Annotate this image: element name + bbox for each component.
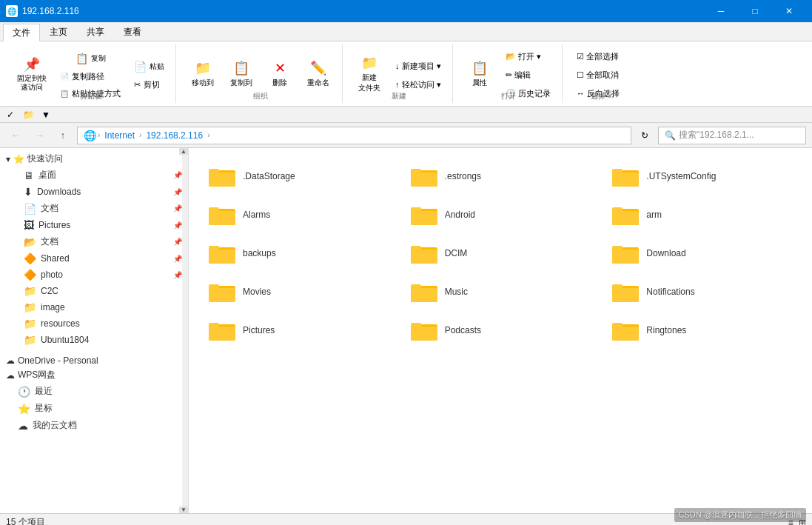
sidebar-item-resources[interactable]: 📁 resources	[0, 315, 188, 332]
rename-button[interactable]: ✏️ 重命名	[301, 52, 336, 96]
folder-item[interactable]: backups	[201, 237, 397, 270]
folder-item[interactable]: .UTSystemConfig	[604, 160, 800, 193]
select-all-button[interactable]: ☑ 全部选择	[571, 49, 624, 64]
sidebar-item-ubuntu[interactable]: 📁 Ubuntu1804	[0, 332, 188, 348]
easy-access-button[interactable]: ↑ 轻松访问 ▾	[390, 77, 446, 93]
folder-icon	[209, 165, 235, 187]
properties-button[interactable]: 📋 属性	[462, 52, 497, 96]
folder-icon	[612, 165, 639, 187]
delete-button[interactable]: ✕ 删除	[262, 52, 298, 96]
folder-item[interactable]: DCIM	[403, 237, 599, 270]
folder-item[interactable]: Pictures	[201, 314, 397, 347]
copy-button[interactable]: 📋 复制	[55, 50, 126, 67]
details-view-icon[interactable]: ≡	[788, 518, 793, 526]
sidebar-item-starred[interactable]: ⭐ 星标	[0, 400, 188, 417]
folder-item[interactable]: .estrongs	[403, 160, 599, 193]
folder-item[interactable]: Podcasts	[403, 314, 599, 347]
open-label: 打开	[501, 91, 516, 101]
move-to-button[interactable]: 📁 移动到	[185, 52, 221, 96]
up-button[interactable]: ↑	[53, 126, 73, 145]
folder-icon	[209, 204, 235, 226]
content-area: .DataStorage .estrongs .UTSystemConfig A…	[189, 148, 812, 513]
qa-dropdown[interactable]: ▼	[38, 107, 53, 122]
recent-label: 最近	[35, 385, 53, 398]
sidebar-item-photo[interactable]: 🔶 photo 📌	[0, 267, 188, 283]
minimize-button[interactable]: ─	[704, 0, 738, 22]
folder-name: Movies	[243, 287, 271, 297]
folder-icon	[411, 319, 437, 341]
edit-button[interactable]: ✏ 编辑	[500, 67, 556, 83]
tab-share[interactable]: 共享	[77, 23, 114, 41]
tab-home[interactable]: 主页	[40, 23, 77, 41]
paste-button[interactable]: 📄 粘贴	[129, 58, 170, 76]
search-box[interactable]: 🔍 搜索"192.168.2.1...	[658, 127, 806, 144]
deselect-all-button[interactable]: ☐ 全部取消	[571, 67, 624, 83]
qa-check[interactable]: ✓	[3, 107, 18, 122]
folder-item[interactable]: arm	[604, 198, 800, 231]
sidebar-item-desktop[interactable]: 🖥 桌面 📌	[0, 167, 188, 184]
svg-rect-16	[612, 211, 639, 225]
address-segment-internet[interactable]: Internet	[101, 129, 138, 142]
delete-icon: ✕	[275, 60, 286, 76]
sidebar-scroll-down[interactable]: ▼	[179, 506, 188, 513]
wps-header[interactable]: ☁ WPS网盘	[0, 367, 188, 383]
folder-item[interactable]: Movies	[201, 275, 397, 308]
properties-icon: 📋	[472, 60, 488, 76]
close-button[interactable]: ✕	[772, 0, 806, 22]
tab-file[interactable]: 文件	[3, 24, 40, 41]
new-folder-button[interactable]: 📁 新建文件夹	[352, 52, 387, 96]
folder-icon	[411, 281, 437, 303]
cut-button[interactable]: ✂ 剪切	[129, 77, 170, 93]
pin-quick-access-button[interactable]: 📌 固定到快速访问	[12, 52, 52, 96]
refresh-button[interactable]: ↻	[636, 127, 654, 144]
pin-indicator: 📌	[173, 204, 182, 213]
svg-rect-23	[411, 246, 421, 250]
grid-view-icon[interactable]: ⊞	[799, 518, 806, 526]
folder-item[interactable]: Music	[403, 275, 599, 308]
address-input[interactable]: 🌐 › Internet › 192.168.2.116 ›	[77, 127, 631, 144]
folder-item[interactable]: Notifications	[604, 275, 800, 308]
address-segment-ip[interactable]: 192.168.2.116	[143, 129, 206, 142]
address-breadcrumb: 🌐 › Internet › 192.168.2.116 ›	[84, 129, 625, 142]
sidebar-item-documents[interactable]: 📄 文档 📌	[0, 200, 188, 217]
quick-access-header[interactable]: ▾ ⭐ 快速访问	[0, 151, 188, 167]
folder-item[interactable]: Android	[403, 198, 599, 231]
rename-icon: ✏️	[310, 60, 326, 76]
sidebar-item-c2c[interactable]: 📁 C2C	[0, 283, 188, 299]
folder-item[interactable]: Download	[604, 237, 800, 270]
sidebar-item-image[interactable]: 📁 image	[0, 299, 188, 315]
folder-item[interactable]: Ringtones	[604, 314, 800, 347]
folder-item[interactable]: Alarms	[201, 198, 397, 231]
sidebar-scroll-up[interactable]: ▲	[179, 148, 188, 155]
folder-name: .UTSystemConfig	[646, 171, 716, 181]
forward-button[interactable]: →	[30, 126, 49, 145]
sidebar-item-shared[interactable]: 🔶 Shared 📌	[0, 250, 188, 267]
documents-label: 文档	[41, 202, 58, 215]
sidebar-item-documents2[interactable]: 📂 文档 📌	[0, 233, 188, 250]
svg-rect-34	[612, 288, 639, 302]
sidebar-item-downloads[interactable]: ⬇ Downloads 📌	[0, 184, 188, 200]
sidebar-item-recent[interactable]: 🕐 最近	[0, 383, 188, 400]
copy-path-button[interactable]: 📄 复制路径	[55, 69, 126, 84]
copy-path-label: 复制路径	[72, 71, 104, 82]
folder-name: Pictures	[243, 325, 275, 335]
new-item-button[interactable]: ↓ 新建项目 ▾	[390, 58, 446, 74]
tab-view[interactable]: 查看	[114, 23, 151, 41]
copy-to-button[interactable]: 📋 复制到	[224, 52, 259, 96]
sidebar-item-cloud-docs[interactable]: ☁ 我的云文档	[0, 417, 188, 434]
select-label: 选择	[591, 91, 605, 101]
onedrive-header[interactable]: ☁ OneDrive - Personal	[0, 354, 188, 367]
open-button[interactable]: 📂 打开 ▾	[500, 49, 556, 64]
maximize-button[interactable]: □	[738, 0, 772, 22]
folder-name: DCIM	[445, 248, 468, 258]
svg-rect-40	[411, 327, 437, 341]
back-button[interactable]: ←	[6, 126, 25, 145]
main-layout: ▲ ▼ ▾ ⭐ 快速访问 🖥 桌面 📌 ⬇ Downloads 📌 📄 文档 📌	[0, 148, 812, 513]
svg-rect-29	[209, 284, 219, 289]
ribbon-tabs: 文件 主页 共享 查看	[0, 22, 812, 41]
shared-icon: 🔶	[24, 253, 36, 264]
qa-folder[interactable]: 📁	[21, 107, 36, 122]
folder-item[interactable]: .DataStorage	[201, 160, 397, 193]
svg-rect-35	[612, 284, 623, 289]
sidebar-item-pictures[interactable]: 🖼 Pictures 📌	[0, 217, 188, 233]
